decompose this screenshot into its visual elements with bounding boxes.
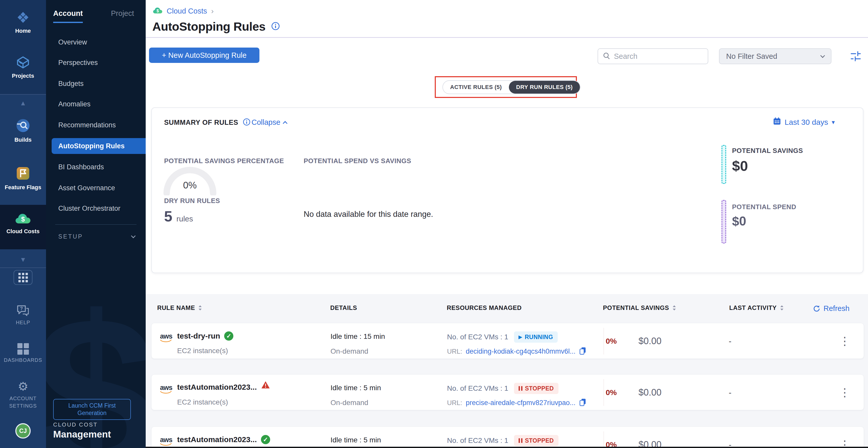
savings-amount: $0.00 — [639, 336, 661, 347]
row-menu[interactable]: ⋮ — [839, 427, 850, 448]
rail-scroll-up[interactable]: ▲ — [0, 99, 46, 107]
collapse-toggle[interactable]: Collapse — [251, 118, 287, 126]
sidebar-item-asset-governance[interactable]: Asset Governance — [46, 180, 146, 196]
sidebar-item-anomalies[interactable]: Anomalies — [46, 96, 146, 112]
resource-type-cell: EC2 instance(s) — [177, 347, 228, 355]
search-input[interactable] — [614, 52, 698, 61]
vm-count-text: No. of EC2 VMs : 1 — [447, 333, 508, 341]
breadcrumb-link-cloud-costs[interactable]: Cloud Costs — [167, 7, 207, 16]
savings-pct-cell: 0% — [596, 375, 617, 410]
dry-run-count-unit: rules — [176, 214, 193, 223]
status-text: STOPPED — [525, 437, 554, 444]
chevron-up-icon — [283, 121, 287, 125]
aws-logo-icon: aws — [159, 384, 174, 394]
sort-icon — [672, 305, 676, 311]
tab-project[interactable]: Project — [111, 9, 134, 23]
table-row[interactable]: aws test-dry-run ✓ EC2 instance(s) Idle … — [151, 323, 864, 359]
last-activity: - — [729, 388, 732, 397]
sidebar-item-cluster-orchestrator[interactable]: Cluster Orchestrator — [46, 201, 146, 216]
rail-item-help[interactable]: ? HELP — [0, 305, 46, 326]
summary-header: SUMMARY OF RULES — [164, 118, 250, 127]
rail-item-builds[interactable]: Builds — [0, 118, 46, 143]
user-avatar-item[interactable]: CJ — [0, 423, 46, 439]
sidebar-item-bi-dashboards[interactable]: BI Dashboards — [46, 159, 146, 175]
fulfilment-cell: On-demand — [331, 347, 368, 355]
date-range-value: Last 30 days — [785, 118, 828, 126]
rail-scroll-down[interactable]: ▼ — [0, 256, 46, 264]
column-last-activity[interactable]: LAST ACTIVITY — [729, 304, 784, 311]
chevron-down-icon — [131, 234, 135, 238]
success-check-icon: ✓ — [224, 331, 234, 340]
info-icon[interactable] — [243, 118, 250, 127]
rule-name-cell: test-dry-run ✓ — [177, 331, 234, 340]
screen-bottom-edge — [146, 447, 868, 448]
module-rail: ❖ Home Projects ▲ Builds — [0, 0, 46, 448]
vm-count-text: No. of EC2 VMs : 1 — [447, 384, 508, 392]
saved-filter-dropdown[interactable]: No Filter Saved — [719, 48, 832, 64]
savings-amount-cell: $0.00 — [639, 375, 661, 410]
rules-table: RULE NAME DETAILS RESOURCES MANAGED POTE… — [146, 294, 868, 448]
rail-item-home[interactable]: ❖ Home — [0, 10, 46, 34]
idle-time-cell: Idle time : 5 min — [331, 384, 381, 392]
url-link[interactable]: precise-airedale-cfpmv827riuvpao... — [466, 399, 575, 407]
new-autostopping-rule-button[interactable]: + New AutoStopping Rule — [149, 48, 259, 63]
rail-item-cloud-costs[interactable]: $ Cloud Costs — [0, 213, 46, 235]
dashboards-icon — [18, 343, 29, 355]
table-row[interactable]: aws testAutomation2023... ✓ Idle time : … — [151, 426, 864, 448]
rule-name-cell: testAutomation2023... — [177, 383, 270, 391]
url-link[interactable]: deciding-kodiak-cg4qcs4h0mmv6l... — [466, 348, 575, 355]
sidebar-setup-group[interactable]: SETUP — [58, 233, 135, 240]
savings-percent: 0% — [606, 337, 617, 346]
column-rule-name[interactable]: RULE NAME — [157, 304, 202, 311]
home-icon: ❖ — [17, 10, 30, 25]
fulfilment: On-demand — [331, 399, 368, 407]
copy-icon[interactable] — [579, 398, 587, 407]
kebab-menu-icon: ⋮ — [839, 387, 850, 398]
refresh-button[interactable]: Refresh — [813, 304, 849, 313]
vm-count-text: No. of EC2 VMs : 1 — [447, 437, 508, 445]
module-picker[interactable] — [0, 270, 46, 285]
resource-type: EC2 instance(s) — [177, 398, 228, 406]
potential-savings-value: $0 — [732, 157, 748, 174]
success-check-icon: ✓ — [261, 435, 270, 444]
toggle-active-rules[interactable]: ACTIVE RULES (5) — [443, 81, 509, 94]
rail-item-label: Cloud Costs — [6, 228, 40, 235]
filter-sliders-button[interactable] — [849, 51, 862, 62]
pause-icon — [519, 386, 522, 391]
collapse-label: Collapse — [251, 118, 280, 126]
potential-spend-label: POTENTIAL SPEND — [732, 203, 796, 211]
fulfilment-cell: On-demand — [331, 399, 368, 407]
search-box — [597, 48, 708, 64]
tab-account[interactable]: Account — [53, 9, 83, 23]
column-potential-savings[interactable]: POTENTIAL SAVINGS — [603, 304, 676, 311]
rail-item-dashboards[interactable]: DASHBOARDS — [0, 343, 46, 363]
row-menu[interactable]: ⋮ — [839, 323, 850, 359]
summary-of-rules-card: SUMMARY OF RULES Collapse Last 30 days ▾… — [151, 108, 863, 273]
sort-icon — [780, 305, 784, 311]
spend-vs-savings-label: POTENTIAL SPEND VS SAVINGS — [304, 157, 411, 165]
status-badge: ▶RUNNING — [514, 331, 558, 342]
toggle-dry-run-rules[interactable]: DRY RUN RULES (5) — [509, 81, 580, 94]
rail-item-account-settings[interactable]: ⚙ ACCOUNT SETTINGS — [0, 381, 46, 410]
brand-line2: Management — [53, 429, 111, 440]
column-label: RESOURCES MANAGED — [447, 304, 522, 311]
date-range-dropdown[interactable]: Last 30 days ▾ — [773, 117, 835, 127]
sidebar-item-recommendations[interactable]: Recommendations — [46, 117, 146, 133]
resources-cell: No. of EC2 VMs : 1 ▶RUNNING — [447, 331, 558, 342]
sidebar-item-budgets[interactable]: Budgets — [46, 76, 146, 92]
sidebar-item-overview[interactable]: Overview — [46, 34, 146, 50]
info-icon[interactable] — [271, 22, 280, 31]
rail-item-label: Builds — [14, 137, 31, 143]
dry-run-rules-label: DRY RUN RULES — [164, 197, 220, 205]
status-badge: STOPPED — [514, 435, 558, 446]
row-menu[interactable]: ⋮ — [839, 375, 850, 410]
copy-icon[interactable] — [579, 347, 587, 356]
sidebar-item-perspectives[interactable]: Perspectives — [46, 55, 146, 70]
savings-percent: 0% — [606, 388, 617, 397]
table-row[interactable]: aws testAutomation2023... EC2 instance(s… — [151, 375, 864, 410]
savings-amount: $0.00 — [639, 387, 661, 398]
sidebar-item-autostopping-rules[interactable]: AutoStopping Rules — [52, 138, 146, 154]
rail-item-feature-flags[interactable]: Feature Flags — [0, 166, 46, 191]
rail-item-projects[interactable]: Projects — [0, 56, 46, 79]
launch-ccm-first-gen-button[interactable]: Launch CCM First Generation — [53, 399, 131, 420]
